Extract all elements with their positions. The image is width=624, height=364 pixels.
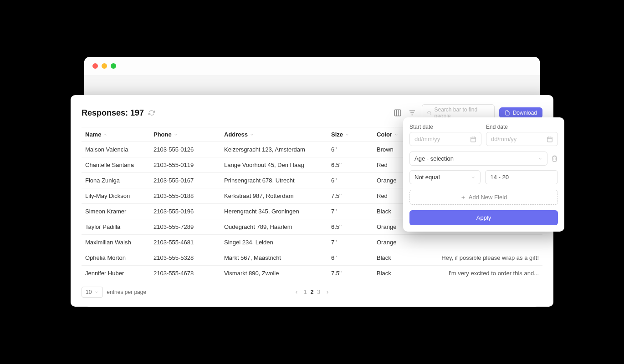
calendar-icon [470, 136, 476, 142]
trash-icon[interactable] [551, 155, 558, 162]
cell-name: Chantelle Santana [82, 157, 150, 173]
cell-address: Prinsengracht 678, Utrecht [220, 173, 327, 188]
svg-rect-0 [394, 110, 401, 116]
per-page-label: entries per page [107, 289, 146, 295]
cell-color: Orange [373, 235, 414, 250]
cell-phone: 2103-555-0119 [150, 157, 220, 173]
chevron-down-icon [94, 290, 99, 294]
cell-phone: 2103-555-5328 [150, 250, 220, 266]
cell-size: 7'' [327, 235, 373, 250]
table-row[interactable]: Jennifer Huber2103-555-4678Vismarkt 890,… [82, 266, 542, 281]
col-name[interactable]: Name [82, 127, 150, 142]
cell-color: Black [373, 266, 414, 281]
cell-size: 6.5'' [327, 157, 373, 173]
cell-size: 7.5'' [327, 188, 373, 204]
search-icon [427, 110, 432, 116]
cell-phone: 2103-555-0196 [150, 204, 220, 219]
cell-address: Lange Voorhout 45, Den Haag [220, 157, 327, 173]
responses-count: Responses: 197 [82, 108, 155, 118]
pager-page[interactable]: 1 [304, 289, 307, 295]
sort-icon [174, 132, 178, 137]
calendar-icon [547, 136, 553, 142]
per-page-select[interactable]: 10 [82, 287, 103, 298]
cell-address: Vismarkt 890, Zwolle [220, 266, 327, 281]
cell-address: Kerkstraat 987, Rotterdam [220, 188, 327, 204]
cell-address: Markt 567, Maastricht [220, 250, 327, 266]
cell-address: Keizersgracht 123, Amsterdam [220, 142, 327, 157]
cell-note [414, 235, 542, 250]
window-close-dot[interactable] [92, 63, 98, 69]
cell-address: Singel 234, Leiden [220, 235, 327, 250]
svg-line-7 [430, 114, 431, 115]
cell-name: Maison Valencia [82, 142, 150, 157]
cell-name: Lily-May Dickson [82, 188, 150, 204]
filter-popover: Start date dd/mm/yy End date dd/mm/yy Ag… [403, 117, 564, 232]
svg-rect-12 [547, 137, 552, 142]
cell-note: Hey, if possible please wrap as a gift! [414, 250, 542, 266]
window-controls [84, 57, 540, 75]
window-minimize-dot[interactable] [102, 63, 107, 69]
sort-icon [250, 132, 254, 137]
chevron-down-icon [471, 175, 476, 180]
end-date-label: End date [486, 124, 558, 130]
table-footer: 10 entries per page ‹ 123 › [82, 287, 542, 298]
cell-name: Ophelia Morton [82, 250, 150, 266]
pager-page[interactable]: 2 [311, 289, 314, 295]
cell-phone: 2103-555-4681 [150, 235, 220, 250]
cell-phone: 2103-555-4678 [150, 266, 220, 281]
per-page-value: 10 [86, 289, 92, 295]
pager-next[interactable]: › [327, 289, 328, 295]
cell-phone: 2103-555-7289 [150, 219, 220, 235]
cell-size: 7.5'' [327, 266, 373, 281]
cell-size: 6'' [327, 250, 373, 266]
cell-size: 6'' [327, 173, 373, 188]
cell-size: 6'' [327, 142, 373, 157]
table-row[interactable]: Maximilian Walsh2103-555-4681Singel 234,… [82, 235, 542, 250]
cell-size: 6.5'' [327, 219, 373, 235]
cell-size: 7'' [327, 204, 373, 219]
pager-prev[interactable]: ‹ [296, 289, 297, 295]
chevron-down-icon [538, 157, 542, 161]
sort-icon [394, 132, 399, 137]
filter-icon[interactable] [407, 108, 417, 118]
sort-asc-icon [103, 132, 107, 137]
per-page: 10 entries per page [82, 287, 146, 298]
filter-value-input[interactable]: 14 - 20 [485, 170, 558, 184]
cell-phone: 2103-555-0167 [150, 173, 220, 188]
responses-value: 197 [130, 108, 144, 117]
sort-icon [345, 132, 349, 137]
download-button[interactable]: Download [499, 107, 542, 118]
cell-name: Fiona Zuniga [82, 173, 150, 188]
add-field-button[interactable]: Add New Field [409, 190, 558, 205]
cell-name: Simeon Kramer [82, 204, 150, 219]
start-date-label: Start date [409, 124, 481, 130]
plus-icon [460, 195, 466, 200]
download-label: Download [513, 110, 537, 116]
filter-operator-select[interactable]: Not equal [409, 170, 481, 184]
refresh-icon[interactable] [148, 110, 155, 116]
filter-field-select[interactable]: Age - selection [409, 152, 547, 166]
cell-phone: 2103-555-0188 [150, 188, 220, 204]
pager-page[interactable]: 3 [317, 289, 320, 295]
col-phone[interactable]: Phone [150, 127, 220, 142]
start-date-input[interactable]: dd/mm/yy [409, 132, 481, 146]
cell-name: Maximilian Walsh [82, 235, 150, 250]
pager: ‹ 123 › [296, 289, 328, 295]
end-date-input[interactable]: dd/mm/yy [486, 132, 558, 146]
cell-address: Herengracht 345, Groningen [220, 204, 327, 219]
cell-address: Oudegracht 789, Haarlem [220, 219, 327, 235]
cell-phone: 2103-555-0126 [150, 142, 220, 157]
cell-color: Black [373, 250, 414, 266]
col-size[interactable]: Size [327, 127, 373, 142]
col-address[interactable]: Address [220, 127, 327, 142]
cell-name: Taylor Padilla [82, 219, 150, 235]
svg-point-6 [427, 111, 430, 114]
table-row[interactable]: Ophelia Morton2103-555-5328Markt 567, Ma… [82, 250, 542, 266]
cell-note: I'm very excited to order this and... [414, 266, 542, 281]
svg-rect-8 [471, 137, 476, 142]
apply-button[interactable]: Apply [409, 210, 558, 225]
window-zoom-dot[interactable] [111, 63, 116, 69]
cell-name: Jennifer Huber [82, 266, 150, 281]
responses-label: Responses: [82, 108, 128, 117]
columns-icon[interactable] [393, 108, 403, 118]
